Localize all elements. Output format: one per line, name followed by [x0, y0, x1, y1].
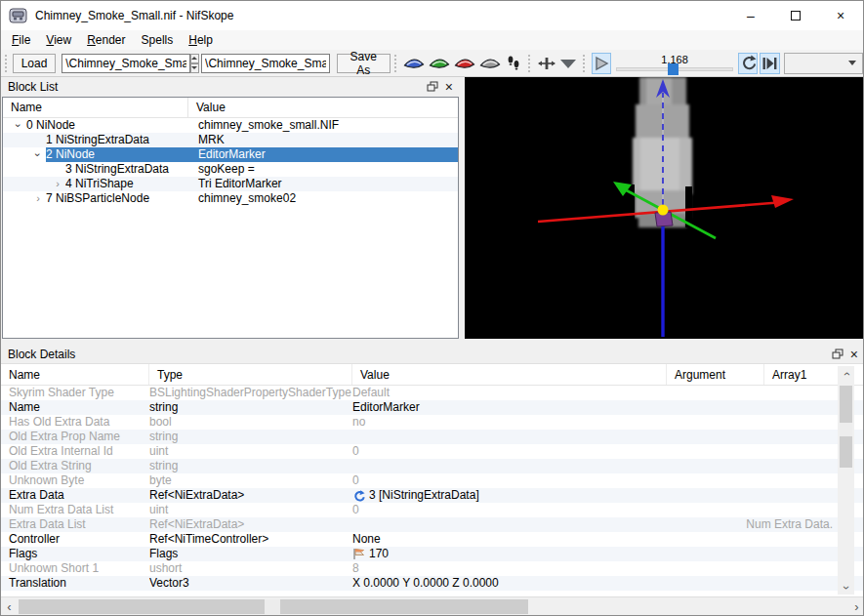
block-details-title: Block Details: [8, 348, 75, 361]
column-header-value[interactable]: Value: [352, 364, 667, 385]
tree-expanded-icon[interactable]: ›: [30, 147, 46, 162]
tree-row[interactable]: 3 NiStringExtraDatasgoKeep =: [3, 162, 458, 177]
column-header-argument[interactable]: Argument: [667, 364, 764, 385]
eye-green-button[interactable]: [428, 53, 451, 74]
field-name: Has Old Extra Data: [1, 415, 149, 430]
dock-float-icon[interactable]: [427, 81, 438, 93]
tree-row[interactable]: ›4 NiTriShapeTri EditorMarker: [3, 177, 458, 191]
menu-file[interactable]: File: [4, 31, 38, 49]
maximize-button[interactable]: [773, 1, 818, 30]
field-type: uint: [149, 444, 352, 459]
detail-row[interactable]: Old Extra Prop Namestring: [1, 430, 864, 444]
dock-float-icon[interactable]: [832, 349, 843, 360]
field-value[interactable]: 3 [NiStringExtraData]: [352, 488, 667, 503]
details-horizontal-scrollbar[interactable]: ‹ ›: [1, 596, 864, 616]
loop-button[interactable]: [738, 53, 758, 74]
tree-row[interactable]: 1 NiStringExtraDataMRK: [3, 133, 458, 147]
field-value[interactable]: 0: [352, 473, 667, 488]
detail-row[interactable]: TranslationVector3X 0.0000 Y 0.0000 Z 0.…: [1, 576, 864, 591]
file-spinner[interactable]: [190, 54, 198, 73]
center-view-button[interactable]: [537, 53, 556, 74]
detail-row[interactable]: NamestringEditorMarker: [1, 400, 864, 415]
detail-row[interactable]: Old Extra Stringstring: [1, 459, 864, 473]
menu-render[interactable]: Render: [79, 31, 133, 49]
field-value[interactable]: 170: [352, 547, 667, 561]
animation-select[interactable]: [784, 53, 863, 74]
menu-spells[interactable]: Spells: [134, 31, 182, 49]
x-axis-arrow: [771, 195, 794, 208]
animation-slider[interactable]: 1.168: [616, 55, 733, 71]
details-vertical-scrollbar[interactable]: › ›: [838, 366, 854, 595]
detail-row[interactable]: ControllerRef<NiTimeController>None: [1, 532, 864, 547]
detail-row[interactable]: Unknown Bytebyte0: [1, 473, 864, 488]
slider-track[interactable]: [616, 67, 733, 71]
field-value[interactable]: X 0.0000 Y 0.0000 Z 0.0000: [352, 576, 667, 591]
field-value[interactable]: 0: [352, 503, 667, 517]
tree-row[interactable]: ›2 NiNodeEditorMarker: [3, 147, 458, 162]
detail-row[interactable]: Skyrim Shader TypeBSLightingShaderProper…: [1, 386, 864, 400]
field-value[interactable]: 0: [352, 444, 667, 459]
scroll-up-icon[interactable]: ›: [838, 366, 854, 381]
save-file-input[interactable]: [201, 54, 330, 73]
field-value-text: EditorMarker: [352, 400, 420, 415]
link-icon: [352, 490, 365, 502]
detail-row[interactable]: Num Extra Data Listuint0: [1, 503, 864, 517]
column-header-name[interactable]: Name: [1, 364, 149, 385]
tree-row[interactable]: ›0 NiNodechimney_smoke_small.NIF: [3, 118, 458, 133]
toolbar-grip[interactable]: [583, 55, 587, 72]
scrollbar-thumb[interactable]: [19, 599, 528, 614]
close-button[interactable]: ×: [818, 1, 863, 30]
block-value: MRK: [196, 133, 458, 147]
field-value-text: Default: [352, 386, 390, 400]
minimize-button[interactable]: –: [728, 1, 773, 30]
detail-row[interactable]: Old Extra Internal Iduint0: [1, 444, 864, 459]
tree-collapsed-icon[interactable]: ›: [50, 177, 65, 191]
tree-row[interactable]: ›7 NiBSParticleNodechimney_smoke02: [3, 191, 458, 206]
detail-row[interactable]: FlagsFlags170: [1, 547, 864, 561]
load-button[interactable]: Load: [13, 54, 57, 73]
walk-button[interactable]: [504, 53, 523, 74]
detail-row[interactable]: Extra DataRef<NiExtraData>3 [NiStringExt…: [1, 488, 864, 503]
rotate-mode-button[interactable]: [558, 53, 578, 74]
scroll-left-icon[interactable]: ‹: [1, 597, 18, 616]
toolbar-grip[interactable]: [528, 55, 532, 72]
menu-view[interactable]: View: [38, 31, 79, 49]
detail-row[interactable]: Extra Data ListRef<NiExtraData>Num Extra…: [1, 517, 864, 532]
dock-close-icon[interactable]: ×: [445, 81, 453, 93]
field-value[interactable]: Default: [352, 386, 667, 400]
eye-red-icon: [454, 57, 475, 69]
eye-blue-button[interactable]: [402, 53, 426, 74]
detail-row[interactable]: Has Old Extra Databoolno: [1, 415, 864, 430]
toolbar-grip[interactable]: [5, 55, 9, 72]
field-value[interactable]: EditorMarker: [352, 400, 667, 415]
scrollbar-thumb[interactable]: [840, 386, 852, 468]
field-value[interactable]: None: [352, 532, 667, 547]
slider-handle[interactable]: [668, 63, 679, 75]
eye-red-button[interactable]: [453, 53, 476, 74]
block-value: chimney_smoke02: [196, 191, 458, 206]
block-name: 4 NiTriShape: [65, 177, 196, 191]
field-value[interactable]: 8: [352, 561, 667, 576]
field-value[interactable]: no: [352, 415, 667, 430]
field-type: ushort: [149, 561, 352, 576]
scroll-down-icon[interactable]: ›: [838, 580, 854, 595]
tree-collapsed-icon[interactable]: ›: [30, 191, 46, 206]
save-as-button[interactable]: Save As: [337, 54, 391, 73]
column-header-name[interactable]: Name: [3, 98, 188, 117]
toolbar-grip[interactable]: [394, 55, 398, 72]
eye-gray-button[interactable]: [478, 53, 502, 74]
dock-close-icon[interactable]: ×: [850, 349, 858, 360]
scroll-right-icon[interactable]: ›: [848, 597, 864, 616]
play-button[interactable]: [592, 53, 611, 74]
menu-help[interactable]: Help: [181, 31, 221, 49]
column-header-value[interactable]: Value: [188, 101, 458, 114]
load-file-input[interactable]: [62, 54, 190, 73]
spin-up-icon: [191, 57, 197, 60]
tree-expanded-icon[interactable]: ›: [11, 118, 26, 133]
viewport-3d[interactable]: [465, 77, 864, 339]
step-button[interactable]: [760, 53, 779, 74]
block-name: 7 NiBSParticleNode: [46, 191, 196, 206]
spin-down-icon: [191, 66, 197, 69]
detail-row[interactable]: Unknown Short 1ushort8: [1, 561, 864, 576]
column-header-type[interactable]: Type: [149, 364, 352, 385]
